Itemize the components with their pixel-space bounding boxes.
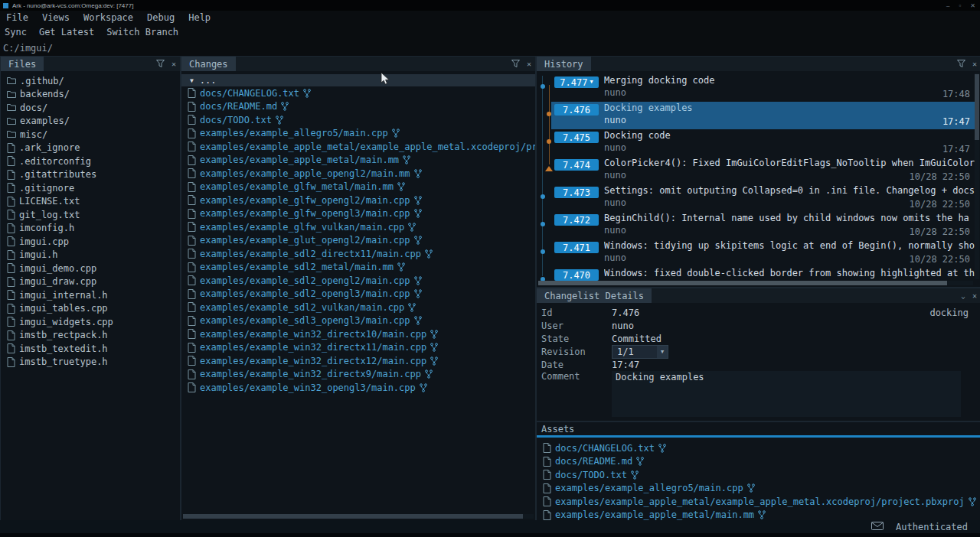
scrollbar-thumb[interactable] <box>975 74 979 140</box>
comment-field[interactable]: Docking examples <box>612 371 961 417</box>
vertical-scrollbar[interactable] <box>975 73 979 279</box>
menu-item-file[interactable]: File <box>6 12 28 23</box>
scrollbar-thumb[interactable] <box>183 514 523 519</box>
changes-root-node[interactable]: ▼ ... <box>181 74 535 86</box>
revision-badge[interactable]: 7.475 <box>554 132 599 143</box>
revision-badge[interactable]: 7.476 <box>554 104 599 116</box>
file-tree-item[interactable]: misc/ <box>1 128 180 142</box>
menu-item-help[interactable]: Help <box>188 12 211 23</box>
file-tree-item[interactable]: backends/ <box>1 88 180 102</box>
branch-fork-icon <box>425 369 433 379</box>
switch-branch-button[interactable]: Switch Branch <box>106 27 178 37</box>
chevron-down-icon[interactable]: ⌄ <box>961 291 965 300</box>
changes-file-item[interactable]: examples/example_apple_metal/main.mm <box>181 154 535 168</box>
revision-badge[interactable]: 7.472 <box>554 214 599 226</box>
horizontal-scrollbar[interactable] <box>183 514 534 519</box>
get-latest-button[interactable]: Get Latest <box>39 27 94 37</box>
filter-icon[interactable] <box>511 60 520 69</box>
menu-item-views[interactable]: Views <box>42 12 70 23</box>
history-entry[interactable]: 7.474ColorPicker4(): Fixed ImGuiColorEdi… <box>537 157 975 184</box>
file-tree-item[interactable]: .editorconfig <box>1 155 180 168</box>
changes-file-item[interactable]: examples/example_glfw_metal/main.mm <box>181 181 535 194</box>
file-tree-item[interactable]: .gitignore <box>1 181 180 195</box>
asset-file-item[interactable]: docs/TODO.txt <box>537 468 980 482</box>
file-tree-item[interactable]: imgui_draw.cpp <box>1 275 180 289</box>
close-icon[interactable]: ✕ <box>172 60 176 68</box>
revision-badge[interactable]: 7.477▼ <box>554 76 599 88</box>
maximize-icon[interactable]: ▫ <box>959 2 961 9</box>
asset-file-item[interactable]: docs/README.md <box>537 455 980 469</box>
file-tree-item[interactable]: imgui.cpp <box>1 235 180 249</box>
file-tree-item[interactable]: imgui_widgets.cpp <box>1 315 180 329</box>
changes-file-item[interactable]: examples/example_sdl2_opengl2/main.cpp <box>181 274 535 288</box>
asset-file-item[interactable]: docs/CHANGELOG.txt <box>537 441 980 455</box>
changes-file-item[interactable]: examples/example_apple_metal/example_app… <box>181 140 535 154</box>
changes-file-item[interactable]: examples/example_glfw_vulkan/main.cpp <box>181 220 535 234</box>
file-tree-item[interactable]: docs/ <box>1 101 180 115</box>
file-tree-item[interactable]: imconfig.h <box>1 222 180 236</box>
mail-icon[interactable] <box>871 522 884 532</box>
filter-icon[interactable] <box>156 60 165 69</box>
asset-file-item[interactable]: examples/example_apple_metal/example_app… <box>537 495 980 509</box>
changes-file-item[interactable]: docs/README.md <box>181 100 535 114</box>
close-icon[interactable]: ✕ <box>972 291 977 300</box>
changes-file-item[interactable]: examples/example_allegro5/main.cpp <box>181 127 535 141</box>
revision-badge[interactable]: 7.473 <box>554 187 599 198</box>
history-entry[interactable]: 7.477▼Merging docking codenuno17:48 <box>537 74 975 102</box>
changes-file-item[interactable]: examples/example_win32_directx12/main.cp… <box>181 354 535 368</box>
history-entry[interactable]: 7.471Windows: tidying up skipitems logic… <box>537 239 975 267</box>
file-tree-item[interactable]: examples/ <box>1 115 180 129</box>
file-tree-item[interactable]: imgui_tables.cpp <box>1 302 180 316</box>
changes-file-item[interactable]: examples/example_glfw_opengl2/main.cpp <box>181 194 535 207</box>
close-icon[interactable]: ✕ <box>972 60 977 68</box>
folder-icon <box>7 76 16 85</box>
chevron-down-icon[interactable]: ▼ <box>657 346 668 358</box>
file-tree-item[interactable]: .ark_ignore <box>1 142 180 155</box>
history-entry[interactable]: 7.470Windows: fixed double-clicked borde… <box>537 267 975 281</box>
menu-item-debug[interactable]: Debug <box>147 12 175 23</box>
changes-file-item[interactable]: examples/example_sdl2_metal/main.mm <box>181 261 535 275</box>
asset-file-item[interactable]: examples/example_allegro5/main.cpp <box>537 482 980 496</box>
file-tree-item[interactable]: imgui_demo.cpp <box>1 262 180 275</box>
revision-badge[interactable]: 7.471 <box>554 242 599 253</box>
changes-file-item[interactable]: examples/example_apple_opengl2/main.mm <box>181 167 535 181</box>
changes-file-item[interactable]: examples/example_win32_directx10/main.cp… <box>181 327 535 341</box>
changes-file-item[interactable]: examples/example_win32_opengl3/main.cpp <box>181 381 535 395</box>
file-tree-item[interactable]: .github/ <box>1 74 180 88</box>
file-tree-item[interactable]: LICENSE.txt <box>1 195 180 209</box>
changes-file-item[interactable]: examples/example_sdl2_opengl3/main.cpp <box>181 288 535 301</box>
changes-file-item[interactable]: examples/example_sdl2_directx11/main.cpp <box>181 247 535 261</box>
menu-item-workspace[interactable]: Workspace <box>83 12 133 23</box>
file-tree-item[interactable]: imstb_truetype.h <box>1 356 180 369</box>
tree-expander-icon[interactable]: ▼ <box>190 77 194 84</box>
sync-button[interactable]: Sync <box>5 27 27 37</box>
history-entry[interactable]: 7.476Docking examplesnuno17:47 <box>537 102 975 129</box>
file-tree-item[interactable]: .gitattributes <box>1 168 180 182</box>
horizontal-scrollbar[interactable] <box>538 281 973 285</box>
file-tree-item[interactable]: imstb_rectpack.h <box>1 329 180 343</box>
history-entry[interactable]: 7.475Docking codenuno17:47 <box>537 129 975 157</box>
revision-badge[interactable]: 7.474 <box>554 159 599 171</box>
close-icon[interactable]: ✕ <box>527 60 531 68</box>
changes-file-item[interactable]: examples/example_glut_opengl2/main.cpp <box>181 234 535 248</box>
asset-file-item[interactable]: examples/example_apple_metal/main.mm <box>537 509 980 522</box>
scrollbar-thumb[interactable] <box>538 281 947 285</box>
filter-icon[interactable] <box>957 60 965 69</box>
changes-file-item[interactable]: examples/example_win32_directx11/main.cp… <box>181 341 535 355</box>
file-tree-item[interactable]: imstb_textedit.h <box>1 342 180 356</box>
changes-file-item[interactable]: docs/TODO.txt <box>181 113 535 127</box>
changes-file-item[interactable]: docs/CHANGELOG.txt <box>181 86 535 100</box>
revision-badge[interactable]: 7.470 <box>554 269 599 281</box>
history-entry[interactable]: 7.473Settings: omit outputing Collapsed=… <box>537 184 975 212</box>
file-tree-item[interactable]: git_log.txt <box>1 208 180 222</box>
close-icon[interactable]: ✕ <box>970 2 975 9</box>
revision-select[interactable]: 1/1 ▼ <box>612 345 668 359</box>
changes-file-item[interactable]: examples/example_win32_directx9/main.cpp <box>181 368 535 382</box>
changes-file-item[interactable]: examples/example_sdl3_opengl3/main.cpp <box>181 314 535 328</box>
changes-file-item[interactable]: examples/example_sdl2_vulkan/main.cpp <box>181 301 535 314</box>
changes-file-item[interactable]: examples/example_glfw_opengl3/main.cpp <box>181 207 535 221</box>
minimize-icon[interactable]: – <box>946 2 949 9</box>
file-tree-item[interactable]: imgui_internal.h <box>1 288 180 302</box>
file-tree-item[interactable]: imgui.h <box>1 249 180 262</box>
history-entry[interactable]: 7.472BeginChild(): Internal name used by… <box>537 212 975 239</box>
